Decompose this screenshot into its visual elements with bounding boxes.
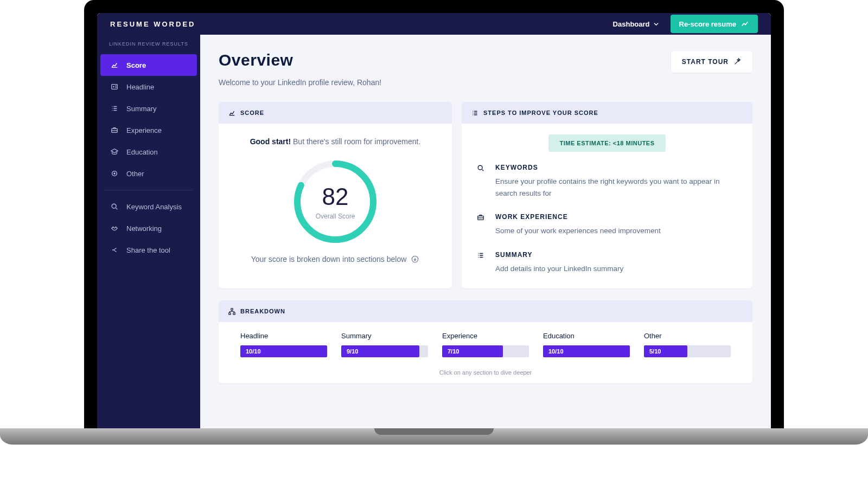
step-item-keywords[interactable]: KEYWORDSEnsure your profile contains the… [477,164,737,199]
share-icon [110,246,119,254]
breakdown-bar[interactable]: 5/10 [644,345,731,357]
breakdown-bar[interactable]: 9/10 [341,345,428,357]
handshake-icon [110,224,119,233]
score-footer: Your score is broken down into sections … [229,255,441,263]
breakdown-body: Headline10/10Summary9/10Experience7/10Ed… [219,322,752,383]
cards-row: SCORE Good start! But there's still room… [219,102,752,288]
score-card-body: Good start! But there's still room for i… [219,124,452,277]
sidebar-divider [105,190,193,190]
breakdown-item-experience: Experience7/10 [442,332,529,357]
breakdown-item-other: Other5/10 [644,332,731,357]
sidebar-item-keyword-analysis[interactable]: Keyword Analysis [100,196,197,217]
step-desc: Some of your work experiences need impro… [495,225,661,237]
score-value: 82 [322,183,349,210]
sidebar-item-share-the-tool[interactable]: Share the tool [100,239,197,261]
score-card-header: SCORE [219,102,452,124]
breakdown-header: BREAKDOWN [219,300,752,322]
briefcase-icon [110,126,119,134]
score-card-title: SCORE [240,110,264,116]
topbar: RESUME WORDED Dashboard Re-score resume [97,13,771,35]
score-message: Good start! But there's still room for i… [229,136,441,147]
screen: RESUME WORDED Dashboard Re-score resume … [97,13,771,428]
breakdown-item-education: Education10/10 [543,332,630,357]
sidebar-item-label: Share the tool [126,246,170,254]
breakdown-fill: 9/10 [341,345,419,357]
chart-icon [110,61,119,69]
list-icon [470,108,479,117]
sidebar-item-label: Score [126,61,146,69]
breakdown-card: BREAKDOWN Headline10/10Summary9/10Experi… [219,300,752,383]
breakdown-item-summary: Summary9/10 [341,332,428,357]
breakdown-item-headline: Headline10/10 [240,332,327,357]
step-title: SUMMARY [495,251,623,259]
svg-rect-0 [112,85,118,89]
steps-card: STEPS TO IMPROVE YOUR SCORE TIME ESTIMAT… [462,102,752,288]
breakdown-fill: 10/10 [543,345,630,357]
down-arrow-icon [411,255,419,263]
laptop-base [0,428,868,445]
sidebar-item-label: Summary [126,105,157,113]
svg-rect-13 [233,313,234,314]
device-frame: RESUME WORDED Dashboard Re-score resume … [84,0,784,428]
circle-icon [110,169,119,178]
sidebar-item-networking[interactable]: Networking [100,217,197,239]
start-tour-label: START TOUR [682,58,729,66]
breakdown-bar[interactable]: 10/10 [543,345,630,357]
step-item-summary[interactable]: SUMMARYAdd details into your LinkedIn su… [477,251,737,275]
brand-logo: RESUME WORDED [110,20,195,28]
sidebar-item-label: Networking [126,224,162,233]
sidebar-item-label: Headline [126,83,154,91]
sidebar-item-score[interactable]: Score [100,54,197,76]
step-desc: Ensure your profile contains the right k… [495,176,737,199]
id-icon [110,82,119,91]
page-header: Overview Welcome to your LinkedIn profil… [219,51,752,87]
step-title: KEYWORDS [495,164,737,171]
breakdown-fill: 10/10 [240,345,327,357]
sidebar-item-other[interactable]: Other [100,163,197,184]
step-item-work-experience[interactable]: WORK EXPERIENCESome of your work experie… [477,213,737,237]
step-desc: Add details into your LinkedIn summary [495,263,623,275]
svg-rect-11 [231,308,232,310]
rescore-button[interactable]: Re-score resume [671,15,758,33]
grad-icon [110,147,119,156]
sidebar-item-label: Education [126,148,158,156]
main-content: Overview Welcome to your LinkedIn profil… [200,35,771,428]
sidebar-item-experience[interactable]: Experience [100,119,197,141]
svg-point-5 [112,204,116,208]
sidebar-heading: LINKEDIN REVIEW RESULTS [97,38,200,54]
breakdown-label: Summary [341,332,428,340]
breakdown-fill: 5/10 [644,345,687,357]
list-icon [477,252,487,275]
start-tour-button[interactable]: START TOUR [671,51,752,73]
page-title: Overview [219,51,381,69]
score-card: SCORE Good start! But there's still room… [219,102,452,288]
steps-card-header: STEPS TO IMPROVE YOUR SCORE [462,102,752,124]
briefcase-icon [477,214,487,237]
breakdown-label: Headline [240,332,327,340]
list-icon [110,104,119,113]
breakdown-label: Experience [442,332,529,340]
sidebar-item-education[interactable]: Education [100,141,197,163]
steps-card-title: STEPS TO IMPROVE YOUR SCORE [483,110,598,116]
chart-icon [227,108,236,117]
breakdown-footer: Click on any section to dive deeper [240,369,731,376]
sidebar-item-headline[interactable]: Headline [100,76,197,98]
sitemap-icon [227,307,236,316]
dashboard-label: Dashboard [613,20,650,28]
wand-icon [733,57,742,66]
svg-point-1 [113,86,114,88]
breakdown-title: BREAKDOWN [240,308,285,314]
caret-down-icon [652,20,661,28]
search-icon [477,164,487,199]
score-ring: 82 Overall Score [292,158,379,245]
breakdown-bar[interactable]: 10/10 [240,345,327,357]
breakdown-label: Other [644,332,731,340]
breakdown-label: Education [543,332,630,340]
sidebar-item-summary[interactable]: Summary [100,98,197,119]
laptop-notch [374,428,494,435]
breakdown-bar[interactable]: 7/10 [442,345,529,357]
sidebar-item-label: Keyword Analysis [126,203,182,211]
dashboard-dropdown[interactable]: Dashboard [613,20,661,28]
steps-body: TIME ESTIMATE: <18 MINUTES KEYWORDSEnsur… [462,124,752,288]
rescore-label: Re-score resume [679,20,737,28]
